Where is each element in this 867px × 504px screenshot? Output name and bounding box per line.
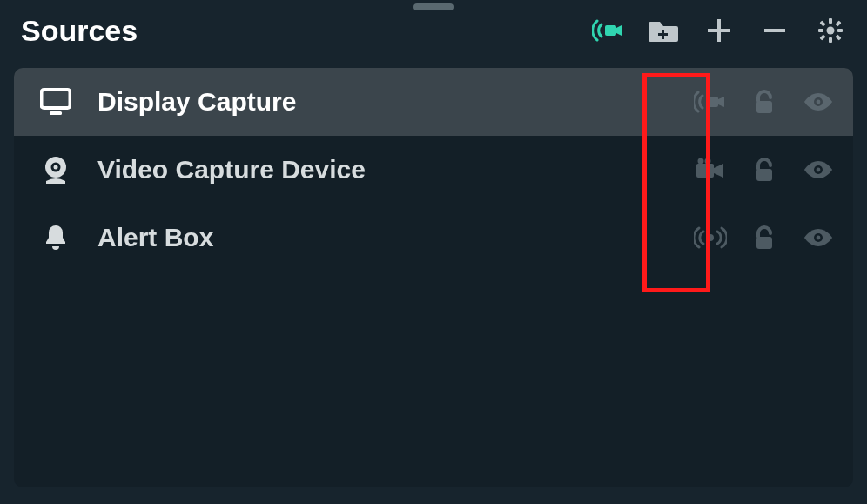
svg-rect-12: [835, 20, 841, 26]
source-label: Alert Box: [97, 223, 691, 252]
svg-rect-10: [837, 29, 843, 32]
add-folder-icon[interactable]: [648, 15, 679, 46]
lock-icon[interactable]: [745, 83, 783, 121]
svg-point-6: [827, 27, 835, 35]
source-row[interactable]: Display Capture: [14, 68, 853, 136]
svg-point-26: [705, 158, 711, 165]
svg-point-33: [817, 236, 821, 240]
svg-rect-4: [708, 29, 730, 32]
visibility-icon[interactable]: [799, 218, 837, 257]
svg-rect-17: [707, 97, 718, 107]
svg-rect-13: [819, 34, 825, 40]
source-label: Video Capture Device: [97, 155, 691, 185]
source-row[interactable]: Alert Box: [14, 204, 853, 272]
svg-point-23: [54, 165, 58, 170]
svg-rect-24: [696, 164, 714, 178]
drag-handle[interactable]: [413, 3, 454, 10]
settings-icon[interactable]: [815, 15, 846, 46]
svg-rect-14: [835, 34, 841, 40]
remove-source-icon[interactable]: [759, 15, 790, 46]
svg-point-30: [707, 234, 714, 241]
svg-rect-2: [658, 33, 668, 36]
svg-rect-18: [756, 101, 772, 113]
svg-rect-9: [818, 29, 823, 32]
visibility-icon[interactable]: [799, 151, 837, 189]
svg-rect-27: [756, 169, 772, 181]
svg-rect-31: [756, 237, 772, 249]
go-live-icon[interactable]: [592, 15, 623, 46]
svg-point-20: [817, 100, 821, 104]
lock-icon[interactable]: [745, 218, 783, 257]
svg-rect-15: [42, 90, 71, 108]
stream-icon[interactable]: [691, 83, 729, 121]
sources-list: Display Capture: [14, 68, 853, 487]
sources-panel: Sources: [0, 0, 867, 504]
svg-rect-8: [829, 37, 832, 43]
svg-point-29: [817, 168, 821, 172]
stream-icon[interactable]: [691, 218, 729, 257]
bell-icon: [38, 220, 73, 255]
add-source-icon[interactable]: [703, 15, 735, 46]
svg-rect-16: [50, 111, 62, 115]
panel-title: Sources: [21, 14, 138, 48]
webcam-icon: [38, 152, 73, 187]
svg-rect-5: [764, 29, 785, 32]
header-toolbar: [592, 15, 846, 46]
stream-icon[interactable]: [691, 151, 729, 189]
source-label: Display Capture: [97, 87, 691, 117]
svg-rect-7: [829, 18, 832, 24]
visibility-icon[interactable]: [799, 83, 837, 121]
source-row[interactable]: Video Capture Device: [14, 136, 853, 204]
svg-point-25: [698, 158, 704, 165]
svg-rect-0: [605, 25, 616, 36]
svg-rect-11: [819, 20, 825, 26]
lock-icon[interactable]: [745, 151, 783, 189]
monitor-icon: [38, 84, 73, 119]
